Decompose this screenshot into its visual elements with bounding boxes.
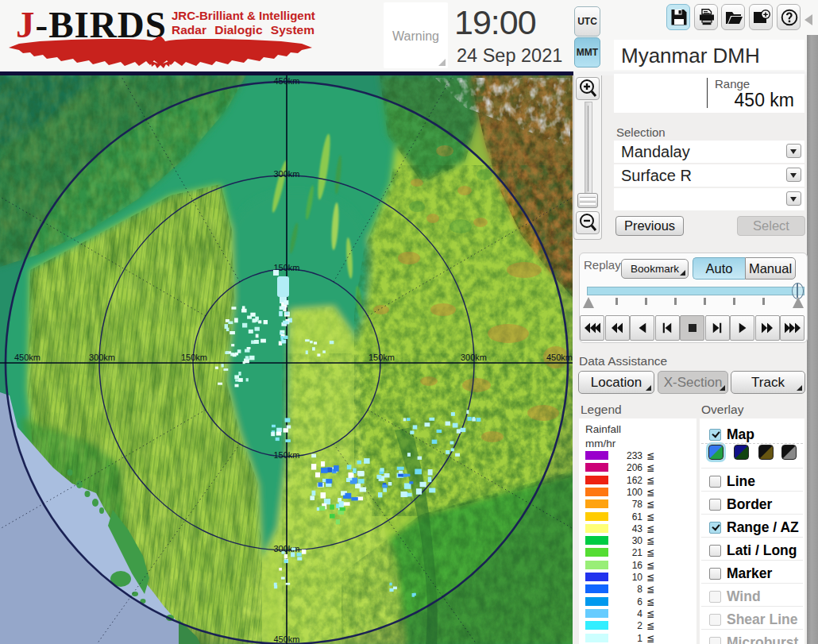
svg-text:150km: 150km: [181, 353, 207, 362]
svg-text:450km: 450km: [273, 634, 299, 644]
svg-text:150km: 150km: [368, 353, 395, 362]
svg-text:300km: 300km: [273, 544, 299, 553]
svg-text:300km: 300km: [461, 353, 487, 362]
svg-text:450km: 450km: [273, 76, 299, 86]
svg-text:450km: 450km: [546, 353, 573, 362]
svg-text:300km: 300km: [273, 169, 299, 179]
svg-text:300km: 300km: [89, 353, 115, 362]
svg-text:450km: 450km: [14, 353, 41, 362]
svg-text:150km: 150km: [273, 450, 299, 460]
